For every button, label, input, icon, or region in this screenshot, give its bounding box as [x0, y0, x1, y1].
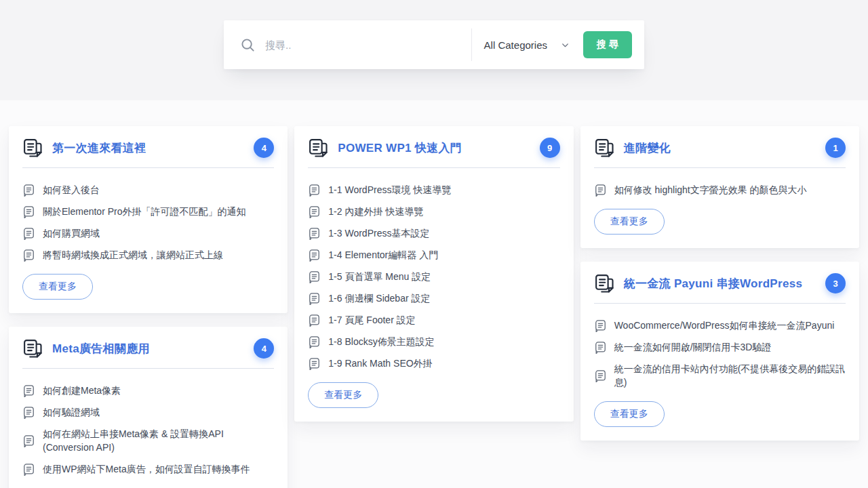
documents-icon: [308, 138, 328, 158]
article-icon: [308, 270, 321, 283]
article-title: 使用WP網站下Meta廣告，如何設置自訂轉換事件: [43, 462, 250, 476]
article-list: 如何登入後台 關於Elementor Pro外掛「許可證不匹配」的通知 如何購買…: [22, 168, 245, 262]
card-header: 統一金流 Payuni 串接WordPress 3: [594, 272, 846, 304]
article-title: 如何登入後台: [43, 183, 100, 197]
article-title: 如何修改 highlight文字螢光效果 的顏色與大小: [614, 183, 807, 197]
documents-icon: [594, 273, 614, 293]
category-grid: 第一次進來看這裡 4 如何登入後台 關於Elementor Pro外掛「許可證不…: [0, 100, 868, 488]
category-dropdown[interactable]: All Categories: [472, 39, 583, 51]
article-link[interactable]: 如何登入後台: [22, 183, 245, 197]
article-icon: [594, 184, 607, 197]
article-title: 1-7 頁尾 Footer 設定: [328, 313, 415, 327]
search-submit-button[interactable]: 搜 尋: [583, 31, 632, 58]
chevron-down-icon: [561, 41, 570, 49]
article-icon: [22, 434, 35, 447]
article-link[interactable]: 1-4 Elementor編輯器 入門: [308, 248, 451, 262]
category-card-first-visit: 第一次進來看這裡 4 如何登入後台 關於Elementor Pro外掛「許可證不…: [9, 126, 288, 313]
search-input[interactable]: [265, 39, 471, 51]
column-2: POWER WP1 快速入門 9 1-1 WordPress環境 快速導覽 1-…: [294, 126, 573, 422]
article-title: 統一金流如何開啟/關閉信用卡3D驗證: [614, 340, 772, 354]
article-icon: [308, 357, 321, 370]
view-more-button[interactable]: 查看更多: [22, 274, 93, 300]
article-icon: [308, 292, 321, 305]
view-more-button[interactable]: 查看更多: [594, 209, 665, 235]
article-list: 1-1 WordPress環境 快速導覽 1-2 內建外掛 快速導覽 1-3 W…: [308, 168, 451, 370]
article-title: 1-5 頁首選單 Menu 設定: [328, 270, 431, 283]
category-card-meta-ads: Meta廣告相關應用 4 如何創建Meta像素 如何驗證網域 如何在網站上串接M…: [9, 327, 288, 488]
card-header: 第一次進來看這裡 4: [22, 136, 274, 168]
documents-icon: [594, 138, 614, 158]
article-title: 如何驗證網域: [43, 405, 100, 419]
category-card-payuni: 統一金流 Payuni 串接WordPress 3 WooCommerce/Wo…: [580, 262, 859, 441]
article-icon: [22, 249, 35, 262]
article-icon: [22, 227, 35, 240]
article-link[interactable]: 1-8 Blocksy佈景主題設定: [308, 335, 451, 348]
count-badge: 9: [540, 138, 560, 158]
article-title: 1-1 WordPress環境 快速導覽: [328, 183, 451, 197]
article-link[interactable]: 如何驗證網域: [22, 405, 274, 419]
article-title: 關於Elementor Pro外掛「許可證不匹配」的通知: [43, 205, 245, 218]
column-3: 進階變化 1 如何修改 highlight文字螢光效果 的顏色與大小 查看更多 …: [580, 126, 859, 441]
article-link[interactable]: 1-5 頁首選單 Menu 設定: [308, 270, 451, 283]
view-more-button[interactable]: 查看更多: [308, 382, 378, 408]
card-header: POWER WP1 快速入門 9: [308, 136, 559, 168]
article-title: 1-6 側邊欄 Sidebar 設定: [328, 291, 430, 305]
article-link[interactable]: 1-6 側邊欄 Sidebar 設定: [308, 291, 451, 305]
article-icon: [22, 184, 35, 197]
article-link[interactable]: 如何購買網域: [22, 226, 245, 240]
view-more-button[interactable]: 查看更多: [594, 401, 665, 427]
article-icon: [308, 249, 321, 262]
count-badge: 3: [825, 273, 846, 293]
article-title: 如何創建Meta像素: [43, 384, 121, 397]
category-card-advanced: 進階變化 1 如何修改 highlight文字螢光效果 的顏色與大小 查看更多: [580, 126, 859, 248]
article-icon: [594, 341, 607, 354]
article-title: 如何購買網域: [43, 226, 100, 240]
card-title-link[interactable]: 進階變化: [624, 140, 671, 156]
documents-icon: [22, 138, 43, 158]
count-badge: 4: [254, 138, 274, 158]
article-list: 如何創建Meta像素 如何驗證網域 如何在網站上串接Meta像素 & 設置轉換A…: [22, 369, 274, 476]
article-icon: [594, 369, 607, 382]
article-link[interactable]: 1-7 頁尾 Footer 設定: [308, 313, 451, 327]
article-title: WooCommerce/WordPress如何串接統一金流Payuni: [614, 319, 835, 332]
article-icon: [594, 319, 607, 332]
documents-icon: [22, 338, 43, 359]
article-link[interactable]: 統一金流的信用卡站內付功能(不提供幕後交易的錯誤訊息): [594, 362, 846, 389]
article-icon: [308, 205, 321, 218]
article-title: 1-9 Rank Math SEO外掛: [328, 357, 432, 370]
article-title: 統一金流的信用卡站內付功能(不提供幕後交易的錯誤訊息): [614, 362, 846, 389]
article-link[interactable]: 如何在網站上串接Meta像素 & 設置轉換API (Conversion API…: [22, 427, 274, 454]
article-icon: [308, 184, 321, 197]
article-link[interactable]: 如何創建Meta像素: [22, 384, 274, 397]
article-icon: [22, 463, 35, 476]
card-title-link[interactable]: 統一金流 Payuni 串接WordPress: [624, 276, 803, 291]
category-dropdown-value: All Categories: [484, 39, 547, 51]
article-link[interactable]: 關於Elementor Pro外掛「許可證不匹配」的通知: [22, 205, 245, 218]
card-title-link[interactable]: POWER WP1 快速入門: [338, 140, 462, 156]
article-icon: [308, 314, 321, 327]
card-header: 進階變化 1: [594, 136, 846, 168]
count-badge: 4: [254, 338, 274, 359]
article-link[interactable]: 1-2 內建外掛 快速導覽: [308, 205, 451, 218]
article-title: 1-4 Elementor編輯器 入門: [328, 248, 438, 262]
card-title-link[interactable]: Meta廣告相關應用: [52, 341, 150, 357]
count-badge: 1: [825, 138, 846, 158]
article-link[interactable]: 統一金流如何開啟/關閉信用卡3D驗證: [594, 340, 846, 354]
article-link[interactable]: 1-9 Rank Math SEO外掛: [308, 357, 451, 370]
search-bar: All Categories 搜 尋: [224, 20, 644, 69]
article-link[interactable]: 使用WP網站下Meta廣告，如何設置自訂轉換事件: [22, 462, 274, 476]
article-title: 1-3 WordPress基本設定: [328, 226, 429, 240]
article-icon: [308, 336, 321, 348]
article-link[interactable]: 1-1 WordPress環境 快速導覽: [308, 183, 451, 197]
article-link[interactable]: 1-3 WordPress基本設定: [308, 226, 451, 240]
article-title: 將暫時網域換成正式網域，讓網站正式上線: [43, 248, 223, 262]
article-icon: [22, 205, 35, 218]
article-link[interactable]: WooCommerce/WordPress如何串接統一金流Payuni: [594, 319, 846, 332]
article-icon: [22, 406, 35, 419]
article-title: 1-2 內建外掛 快速導覽: [328, 205, 423, 218]
column-1: 第一次進來看這裡 4 如何登入後台 關於Elementor Pro外掛「許可證不…: [9, 126, 288, 488]
article-link[interactable]: 如何修改 highlight文字螢光效果 的顏色與大小: [594, 183, 807, 197]
card-title-link[interactable]: 第一次進來看這裡: [52, 140, 146, 156]
category-card-power-wp1: POWER WP1 快速入門 9 1-1 WordPress環境 快速導覽 1-…: [294, 126, 573, 422]
article-link[interactable]: 將暫時網域換成正式網域，讓網站正式上線: [22, 248, 245, 262]
